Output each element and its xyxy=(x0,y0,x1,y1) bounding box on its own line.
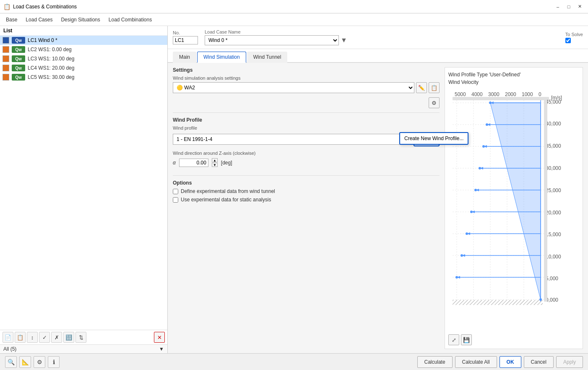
wind-profile-select[interactable]: 1 - EN 1991-1-4 xyxy=(173,134,412,145)
tab-main[interactable]: Main xyxy=(173,52,196,63)
svg-text:40,000: 40,000 xyxy=(546,121,561,127)
menu-bar: Base Load Cases Design Situations Load C… xyxy=(0,13,588,26)
renumber-button[interactable]: 🔢 xyxy=(63,332,74,343)
new-button[interactable]: 📄 xyxy=(3,332,13,343)
color-indicator xyxy=(3,46,9,53)
menu-base[interactable]: Base xyxy=(2,15,21,24)
alpha-symbol: α xyxy=(173,160,176,166)
analysis-copy-button[interactable]: 📋 xyxy=(429,82,440,93)
alpha-spin-down[interactable]: ▼ xyxy=(212,163,218,167)
tab-wind-simulation[interactable]: Wind Simulation xyxy=(197,52,246,63)
settings-gear-button[interactable]: ⚙ xyxy=(429,97,440,108)
delete-button[interactable]: ✕ xyxy=(154,332,165,343)
list-item[interactable]: Qw LC2 WS1: 0.00 deg xyxy=(0,45,167,54)
svg-point-59 xyxy=(482,145,485,148)
wind-profile-row: 1 - EN 1991-1-4 ✏️ 📄 Create New Wind Pro… xyxy=(173,132,440,146)
no-label: No. xyxy=(173,30,198,35)
analysis-label: Wind simulation analysis settings xyxy=(173,76,440,81)
calculate-button[interactable]: Calculate xyxy=(417,356,453,368)
main-container: List Qw LC1 Wind 0 * Qw LC2 WS1: 0.00 de… xyxy=(0,26,588,353)
color-indicator xyxy=(3,55,9,62)
sort-button[interactable]: ⇅ xyxy=(75,332,86,343)
badge: Qw xyxy=(12,65,25,71)
title-bar: 📋 Load Cases & Combinations – □ ✕ xyxy=(0,0,588,13)
item-label: LC1 Wind 0 * xyxy=(28,37,57,43)
list-item[interactable]: Qw LC5 WS1: 30.00 deg xyxy=(0,73,167,82)
list-header: List xyxy=(0,26,167,36)
svg-text:3000: 3000 xyxy=(488,91,500,97)
check-all-button[interactable]: ✓ xyxy=(39,332,50,343)
badge: Qw xyxy=(12,74,25,81)
create-new-wind-profile-popup[interactable]: Create New Wind Profile... xyxy=(399,132,468,145)
menu-load-combinations[interactable]: Load Combinations xyxy=(104,15,156,24)
menu-load-cases[interactable]: Load Cases xyxy=(21,15,57,24)
svg-text:10,000: 10,000 xyxy=(546,254,561,260)
analysis-edit-button[interactable]: ✏️ xyxy=(416,82,427,93)
option-row-1: Define experimental data from wind tunne… xyxy=(173,188,440,194)
tab-content: Settings Wind simulation analysis settin… xyxy=(168,63,588,353)
alpha-spinner: ▲ ▼ xyxy=(212,158,218,167)
right-panel: No. Load Case Name Wind 0 * ▼ To Solve xyxy=(168,26,588,353)
svg-text:2000: 2000 xyxy=(505,91,516,97)
option2-label: Use experimental data for static analysi… xyxy=(181,197,271,203)
search-button[interactable]: 🔍 xyxy=(5,356,17,368)
svg-point-61 xyxy=(474,189,477,191)
copy-button[interactable]: 📋 xyxy=(15,332,26,343)
cancel-button[interactable]: Cancel xyxy=(524,356,554,368)
ok-button[interactable]: OK xyxy=(500,356,521,368)
uncheck-all-button[interactable]: ✗ xyxy=(51,332,62,343)
move-button[interactable]: ↕ xyxy=(27,332,38,343)
tabs-bar: Main Wind Simulation Wind Tunnel xyxy=(168,49,588,63)
apply-button[interactable]: Apply xyxy=(556,356,583,368)
app-icon: 📋 xyxy=(3,3,10,10)
list-item[interactable]: Qw LC3 WS1: 10.00 deg xyxy=(0,54,167,63)
svg-point-57 xyxy=(489,102,492,104)
color-indicator xyxy=(3,65,9,71)
menu-design-situations[interactable]: Design Situations xyxy=(57,15,104,24)
list-footer: All (5) ▼ xyxy=(0,344,167,353)
maximize-button[interactable]: □ xyxy=(564,2,574,12)
option2-checkbox[interactable] xyxy=(173,197,178,203)
info-button[interactable]: ℹ xyxy=(48,356,60,368)
svg-text:5,000: 5,000 xyxy=(546,276,558,281)
settings-button[interactable]: ⚙ xyxy=(34,356,45,368)
chart-save-button[interactable]: 💾 xyxy=(461,334,472,345)
svg-text:0,000: 0,000 xyxy=(546,297,558,303)
alpha-row: α ▲ ▼ [deg] xyxy=(173,158,440,167)
svg-text:5000: 5000 xyxy=(455,91,466,97)
option1-checkbox[interactable] xyxy=(173,189,178,194)
close-button[interactable]: ✕ xyxy=(575,2,585,12)
alpha-input[interactable] xyxy=(179,159,208,167)
name-select[interactable]: Wind 0 * xyxy=(205,35,339,45)
left-panel: List Qw LC1 Wind 0 * Qw LC2 WS1: 0.00 de… xyxy=(0,26,168,353)
no-input[interactable] xyxy=(173,36,198,44)
svg-text:20,000: 20,000 xyxy=(546,210,561,216)
chart-title: Wind Profile Type 'User-Defined' Wind Ve… xyxy=(448,71,579,86)
to-solve-label: To Solve xyxy=(565,32,583,37)
analysis-row: 🟡 WA2 ✏️ 📋 xyxy=(173,82,440,93)
chart-bottom-toolbar: ⤢ 💾 xyxy=(448,334,579,345)
list-item[interactable]: Qw LC1 Wind 0 * xyxy=(0,36,167,45)
svg-text:45,000: 45,000 xyxy=(546,99,561,105)
svg-text:4000: 4000 xyxy=(471,91,483,97)
settings-title: Settings xyxy=(173,67,440,73)
alpha-spin-up[interactable]: ▲ xyxy=(212,158,218,162)
info-row: No. Load Case Name Wind 0 * ▼ To Solve xyxy=(168,26,588,49)
minimize-button[interactable]: – xyxy=(553,2,563,12)
to-solve-checkbox[interactable] xyxy=(565,38,571,43)
wind-profile-section: Wind Profile Wind profile 1 - EN 1991-1-… xyxy=(173,112,440,167)
item-label: LC3 WS1: 10.00 deg xyxy=(28,56,74,62)
svg-text:25,000: 25,000 xyxy=(546,188,561,193)
name-dropdown-icon[interactable]: ▼ xyxy=(341,36,347,44)
item-label: LC5 WS1: 30.00 deg xyxy=(28,74,74,80)
chart-expand-button[interactable]: ⤢ xyxy=(448,334,459,345)
calculate-all-button[interactable]: Calculate All xyxy=(455,356,497,368)
filter-expand-icon[interactable]: ▼ xyxy=(159,346,164,352)
analysis-select[interactable]: 🟡 WA2 xyxy=(173,82,414,93)
units-button[interactable]: 📐 xyxy=(19,356,31,368)
list-item[interactable]: Qw LC4 WS1: 20.00 deg xyxy=(0,63,167,73)
tab-wind-tunnel[interactable]: Wind Tunnel xyxy=(247,52,288,63)
wind-profile-label: Wind profile xyxy=(173,125,440,130)
svg-text:35,000: 35,000 xyxy=(546,143,561,149)
badge: Qw xyxy=(12,55,25,62)
